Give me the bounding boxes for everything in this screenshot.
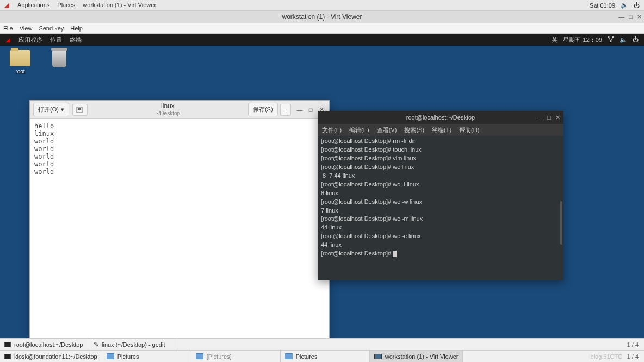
menu-edit[interactable]: 编辑(E) — [349, 126, 369, 134]
gedit-subtitle: ~/Desktop — [88, 110, 248, 116]
virt-viewer-titlebar: workstation (1) - Virt Viewer — □ ✕ — [0, 11, 644, 23]
folder-icon — [196, 353, 203, 359]
folder-icon — [107, 353, 114, 359]
virt-title-text: workstation (1) - Virt Viewer — [282, 13, 362, 21]
menu-view[interactable]: View — [20, 25, 33, 32]
hamburger-button[interactable]: ≡ — [280, 104, 291, 116]
menu-search[interactable]: 搜索(S) — [404, 126, 424, 134]
taskbar-row-1: root@localhost:~/Desktop ✎linux (~/Deskt… — [0, 338, 644, 350]
taskbar-label: linux (~/Desktop) - gedit — [102, 341, 165, 348]
gedit-title: linux ~/Desktop — [88, 103, 248, 116]
taskbar-item[interactable]: ✎linux (~/Desktop) - gedit — [89, 339, 178, 350]
taskbar-item-active[interactable]: workstation (1) - Virt Viewer — [370, 351, 463, 362]
taskbar-item[interactable]: Pictures — [102, 351, 191, 362]
maximize-button[interactable]: □ — [629, 14, 633, 21]
host-top-panel: ◢ Applications Places workstation (1) - … — [0, 0, 644, 11]
root-label: root — [15, 68, 24, 74]
save-button[interactable]: 保存(S) — [248, 103, 278, 116]
minimize-button[interactable]: — — [295, 105, 304, 114]
open-label: 打开(O) — [38, 105, 59, 114]
power-icon[interactable]: ⏻ — [634, 2, 640, 9]
terminal-menu: 文件(F) 编辑(E) 查看(V) 搜索(S) 终端(T) 帮助(H) — [318, 124, 564, 136]
taskbar-label: workstation (1) - Virt Viewer — [385, 353, 459, 360]
trash-can-icon — [52, 50, 66, 67]
menu-terminal-cn[interactable]: 终端 — [70, 36, 82, 44]
taskbar-item[interactable]: [Pictures] — [191, 351, 281, 362]
gedit-icon: ✎ — [94, 341, 98, 348]
trash-icon[interactable] — [52, 50, 66, 74]
gedit-window: 打开(O) ▾ linux ~/Desktop 保存(S) ≡ — □ ✕ he… — [29, 100, 330, 338]
minimize-button[interactable]: — — [618, 14, 624, 21]
gedit-header: 打开(O) ▾ linux ~/Desktop 保存(S) ≡ — □ ✕ — [30, 101, 329, 119]
menu-places[interactable]: Places — [57, 2, 75, 9]
terminal-body[interactable]: [root@localhost Desktop]# rm -fr dir [ro… — [318, 136, 564, 280]
terminal-titlebar: root@localhost:~/Desktop — □ ✕ — [318, 111, 564, 124]
host-clock: Sat 01:09 — [590, 2, 615, 9]
menu-sendkey[interactable]: Send key — [39, 25, 64, 32]
network-icon[interactable] — [608, 36, 614, 43]
terminal-title-text: root@localhost:~/Desktop — [406, 114, 475, 121]
new-document-icon — [76, 107, 84, 113]
power-icon[interactable]: ⏻ — [633, 36, 639, 43]
terminal-window: root@localhost:~/Desktop — □ ✕ 文件(F) 编辑(… — [318, 111, 564, 280]
menu-terminal[interactable]: 终端(T) — [432, 126, 451, 134]
taskbar-label: kiosk@foundation11:~/Desktop — [14, 353, 97, 360]
guest-clock: 星期五 12：09 — [563, 36, 602, 44]
guest-desktop: ◢ 应用程序 位置 终端 英 星期五 12：09 🔈 ⏻ root 打开(O) … — [0, 34, 644, 338]
menu-view[interactable]: 查看(V) — [377, 126, 397, 134]
app-title[interactable]: workstation (1) - Virt Viewer — [83, 2, 156, 9]
svg-rect-4 — [78, 108, 81, 109]
taskbar-label: [Pictures] — [207, 353, 232, 360]
folder-icon — [285, 353, 293, 359]
workspace-indicator[interactable]: blog.51CTO1 / 4 — [585, 351, 644, 362]
guest-top-panel: ◢ 应用程序 位置 终端 英 星期五 12：09 🔈 ⏻ — [0, 34, 644, 46]
taskbar-row-2: kiosk@foundation11:~/Desktop Pictures [P… — [0, 350, 644, 362]
gedit-statusbar: 纯文本 ▾ 制表符宽度：8 ▾ 第 1 行，第 1 列 ▾ 插入 — [30, 338, 329, 338]
menu-places-cn[interactable]: 位置 — [50, 36, 62, 44]
menu-help[interactable]: 帮助(H) — [459, 126, 479, 134]
minimize-button[interactable]: — — [537, 114, 543, 121]
root-home-icon[interactable]: root — [10, 50, 30, 74]
new-tab-button[interactable] — [72, 104, 88, 116]
folder-icon — [10, 50, 30, 66]
cursor-icon — [393, 251, 397, 257]
menu-applications[interactable]: Applications — [17, 2, 49, 9]
svg-rect-5 — [78, 109, 81, 110]
maximize-button[interactable]: □ — [306, 105, 315, 114]
terminal-output: [root@localhost Desktop]# rm -fr dir [ro… — [321, 138, 423, 257]
gedit-title-text: linux — [88, 103, 248, 110]
volume-icon[interactable]: 🔈 — [620, 36, 627, 43]
workspace-indicator[interactable]: 1 / 4 — [622, 339, 644, 350]
scrollbar[interactable] — [560, 201, 562, 245]
watermark: blog.51CTO — [590, 353, 622, 360]
virt-viewer-menu: File View Send key Help — [0, 23, 644, 34]
open-button[interactable]: 打开(O) ▾ — [33, 103, 69, 116]
redhat-icon: ◢ — [4, 2, 9, 9]
redhat-icon: ◢ — [5, 36, 10, 43]
taskbar-label: root@localhost:~/Desktop — [14, 341, 83, 348]
close-button[interactable]: ✕ — [637, 14, 642, 21]
terminal-icon — [4, 354, 11, 359]
chevron-down-icon: ▾ — [61, 106, 64, 113]
taskbar-item[interactable]: Pictures — [281, 351, 370, 362]
page-indicator: 1 / 4 — [627, 353, 639, 360]
input-method[interactable]: 英 — [552, 36, 558, 44]
menu-apps-cn[interactable]: 应用程序 — [18, 36, 42, 44]
maximize-button[interactable]: □ — [547, 114, 551, 121]
gedit-text-area[interactable]: hello linux world world world world worl… — [30, 119, 329, 338]
taskbar-item[interactable]: root@localhost:~/Desktop — [0, 339, 89, 350]
taskbar-label: Pictures — [296, 353, 318, 360]
menu-file[interactable]: 文件(F) — [322, 126, 342, 134]
menu-help[interactable]: Help — [70, 25, 83, 32]
volume-icon[interactable]: 🔈 — [621, 2, 628, 9]
taskbar-item[interactable]: kiosk@foundation11:~/Desktop — [0, 351, 102, 362]
taskbar-label: Pictures — [117, 353, 139, 360]
terminal-icon — [4, 342, 11, 347]
screen-icon — [374, 354, 382, 359]
close-button[interactable]: ✕ — [555, 114, 560, 121]
menu-file[interactable]: File — [3, 25, 13, 32]
desktop-icons: root — [10, 50, 66, 74]
